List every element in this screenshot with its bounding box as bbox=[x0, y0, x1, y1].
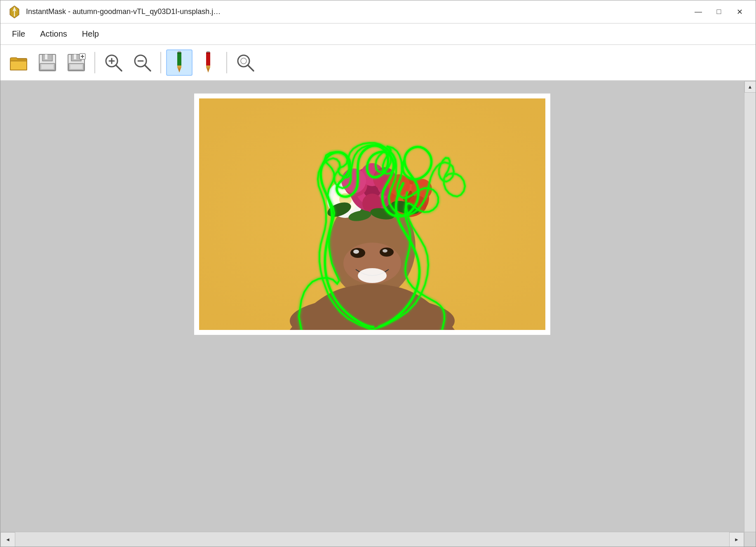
zoom-in-button[interactable] bbox=[100, 49, 127, 76]
save-as-button[interactable] bbox=[63, 49, 89, 76]
svg-rect-9 bbox=[42, 65, 53, 69]
separator-1 bbox=[94, 52, 95, 73]
canvas-container: ▲ ▼ ◄ ► bbox=[0, 81, 756, 547]
scroll-left-arrow-icon: ◄ bbox=[5, 537, 10, 542]
svg-rect-26 bbox=[177, 52, 181, 67]
canvas-scroll-area[interactable] bbox=[0, 81, 744, 547]
image-display bbox=[199, 98, 545, 330]
zoom-in-icon bbox=[103, 53, 123, 72]
green-pencil-icon bbox=[171, 51, 188, 74]
save-as-icon bbox=[66, 53, 86, 72]
process-button[interactable] bbox=[232, 49, 258, 76]
close-button[interactable]: ✕ bbox=[730, 5, 749, 19]
person-layer bbox=[199, 98, 545, 330]
svg-rect-12 bbox=[74, 54, 76, 59]
scrollbar-corner bbox=[744, 532, 756, 547]
open-folder-icon bbox=[9, 53, 28, 72]
svg-point-48 bbox=[380, 248, 394, 257]
scroll-right-arrow-icon: ► bbox=[734, 537, 739, 542]
minimize-button[interactable]: — bbox=[689, 5, 708, 19]
window-title: InstantMask - autumn-goodman-vTL_qy03D1I… bbox=[26, 7, 689, 16]
scroll-up-arrow-icon: ▲ bbox=[748, 84, 753, 90]
svg-rect-33 bbox=[206, 52, 210, 54]
menu-actions[interactable]: Actions bbox=[33, 26, 74, 42]
svg-line-24 bbox=[145, 65, 150, 71]
menu-file[interactable]: File bbox=[5, 26, 32, 42]
process-icon bbox=[235, 53, 255, 72]
open-button[interactable] bbox=[5, 49, 32, 76]
svg-point-49 bbox=[353, 250, 359, 254]
foreground-pencil-button[interactable] bbox=[166, 49, 193, 76]
svg-line-21 bbox=[116, 65, 122, 71]
red-pencil-icon bbox=[200, 51, 216, 74]
svg-point-70 bbox=[341, 168, 366, 193]
scroll-left-button[interactable]: ◄ bbox=[0, 532, 15, 547]
svg-rect-7 bbox=[45, 54, 47, 59]
canvas-inner bbox=[0, 81, 744, 347]
svg-rect-36 bbox=[206, 65, 210, 68]
svg-line-38 bbox=[248, 65, 254, 71]
svg-rect-27 bbox=[177, 52, 181, 54]
svg-point-50 bbox=[383, 249, 387, 252]
scroll-up-button[interactable]: ▲ bbox=[744, 81, 756, 93]
svg-rect-14 bbox=[70, 65, 82, 69]
maximize-button[interactable]: □ bbox=[709, 5, 728, 19]
background-pencil-button[interactable] bbox=[195, 49, 221, 76]
save-button[interactable] bbox=[34, 49, 61, 76]
menu-bar: File Actions Help bbox=[0, 23, 756, 45]
app-icon bbox=[7, 5, 22, 19]
svg-rect-32 bbox=[206, 52, 210, 67]
save-icon bbox=[38, 53, 57, 72]
logo-icon bbox=[7, 5, 21, 19]
horizontal-scrollbar: ◄ ► bbox=[0, 532, 744, 547]
separator-2 bbox=[160, 52, 161, 73]
toolbar bbox=[0, 45, 756, 81]
svg-rect-4 bbox=[10, 61, 27, 70]
svg-point-72 bbox=[388, 174, 410, 196]
scroll-right-button[interactable]: ► bbox=[729, 532, 744, 547]
separator-3 bbox=[226, 52, 227, 73]
zoom-out-button[interactable] bbox=[129, 49, 155, 76]
menu-help[interactable]: Help bbox=[75, 26, 106, 42]
svg-rect-30 bbox=[177, 65, 181, 68]
vertical-scrollbar: ▲ ▼ bbox=[744, 81, 756, 547]
image-frame bbox=[194, 94, 550, 335]
zoom-out-icon bbox=[132, 53, 152, 72]
title-bar: InstantMask - autumn-goodman-vTL_qy03D1I… bbox=[0, 0, 756, 23]
svg-point-46 bbox=[358, 268, 387, 283]
svg-point-39 bbox=[241, 58, 247, 64]
app-window: InstantMask - autumn-goodman-vTL_qy03D1I… bbox=[0, 0, 756, 547]
window-controls: — □ ✕ bbox=[689, 5, 749, 19]
